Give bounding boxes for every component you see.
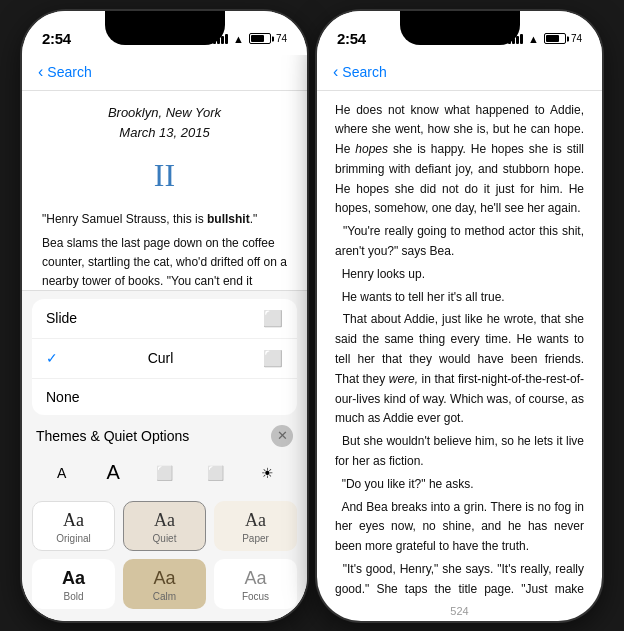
battery-level-right: 74 bbox=[571, 33, 582, 44]
brightness-button[interactable]: ☀ bbox=[251, 457, 283, 489]
battery-icon bbox=[249, 33, 271, 44]
layout-button[interactable]: ⬜ bbox=[200, 457, 232, 489]
theme-aa-calm: Aa bbox=[153, 568, 175, 589]
para-0: "Henry Samuel Strauss, this is bullshit.… bbox=[42, 210, 287, 229]
font-large-button[interactable]: A bbox=[97, 457, 129, 489]
chevron-icon: ‹ bbox=[38, 63, 43, 81]
left-phone: 2:54 ▲ 74 ‹ bbox=[22, 11, 307, 621]
theme-aa-original: Aa bbox=[63, 510, 84, 531]
slide-option-slide[interactable]: Slide ⬜ bbox=[32, 299, 297, 339]
nav-back-label-right: Search bbox=[342, 64, 386, 80]
theme-aa-focus: Aa bbox=[244, 568, 266, 589]
themes-header: Themes & Quiet Options ✕ bbox=[22, 419, 307, 451]
theme-calm[interactable]: Aa Calm bbox=[123, 559, 206, 609]
theme-label-paper: Paper bbox=[242, 533, 269, 544]
slide-label: Slide bbox=[46, 310, 77, 326]
curl-icon: ⬜ bbox=[263, 349, 283, 368]
status-icons-right: ▲ 74 bbox=[508, 33, 582, 45]
header-line2: March 13, 2015 bbox=[42, 123, 287, 143]
font-small-button[interactable]: A bbox=[46, 457, 78, 489]
battery-icon-right bbox=[544, 33, 566, 44]
rp-6: "Do you like it?" he asks. bbox=[335, 475, 584, 495]
rp-8: "It's good, Henry," she says. "It's real… bbox=[335, 560, 584, 600]
book-content-right: He does not know what happened to Addie,… bbox=[317, 91, 602, 601]
slide-options: Slide ⬜ ✓ Curl ⬜ None bbox=[32, 299, 297, 415]
check-icon: ✓ bbox=[46, 350, 58, 366]
time-left: 2:54 bbox=[42, 30, 71, 47]
status-icons-left: ▲ 74 bbox=[213, 33, 287, 45]
font-large-label: A bbox=[106, 461, 119, 484]
theme-focus[interactable]: Aa Focus bbox=[214, 559, 297, 609]
layout-icon: ⬜ bbox=[207, 465, 224, 481]
nav-bar-left: ‹ Search bbox=[22, 55, 307, 91]
theme-label-quiet: Quiet bbox=[153, 533, 177, 544]
close-button[interactable]: ✕ bbox=[271, 425, 293, 447]
theme-aa-paper: Aa bbox=[245, 510, 266, 531]
rp-1: "You're really going to method actor thi… bbox=[335, 222, 584, 262]
chapter-number: II bbox=[42, 151, 287, 201]
font-small-label: A bbox=[57, 465, 66, 481]
theme-bold[interactable]: Aa Bold bbox=[32, 559, 115, 609]
theme-grid: Aa Original Aa Quiet Aa Paper Aa Bold bbox=[22, 495, 307, 621]
theme-label-bold: Bold bbox=[63, 591, 83, 602]
slide-option-curl[interactable]: ✓ Curl ⬜ bbox=[32, 339, 297, 379]
wifi-icon-right: ▲ bbox=[528, 33, 539, 45]
rp-2: Henry looks up. bbox=[335, 265, 584, 285]
slide-icon: ⬜ bbox=[263, 309, 283, 328]
rp-5: But she wouldn't believe him, so he lets… bbox=[335, 432, 584, 472]
slide-option-none[interactable]: None bbox=[32, 379, 297, 415]
time-right: 2:54 bbox=[337, 30, 366, 47]
battery-level-left: 74 bbox=[276, 33, 287, 44]
toolbar-row: A A ⬜ ⬜ ☀ bbox=[22, 451, 307, 495]
theme-paper[interactable]: Aa Paper bbox=[214, 501, 297, 551]
theme-original[interactable]: Aa Original bbox=[32, 501, 115, 551]
back-button-right[interactable]: ‹ Search bbox=[333, 63, 387, 81]
book-header: Brooklyn, New York March 13, 2015 bbox=[42, 103, 287, 143]
font-style-icon: ⬜ bbox=[156, 465, 173, 481]
theme-aa-quiet: Aa bbox=[154, 510, 175, 531]
theme-label-focus: Focus bbox=[242, 591, 269, 602]
font-style-button[interactable]: ⬜ bbox=[148, 457, 180, 489]
theme-aa-bold: Aa bbox=[62, 568, 85, 589]
rp-0: He does not know what happened to Addie,… bbox=[335, 101, 584, 220]
nav-back-label: Search bbox=[47, 64, 91, 80]
none-label: None bbox=[46, 389, 79, 405]
nav-bar-right: ‹ Search bbox=[317, 55, 602, 91]
rp-4: That about Addie, just like he wrote, th… bbox=[335, 310, 584, 429]
brightness-icon: ☀ bbox=[261, 465, 274, 481]
back-button-left[interactable]: ‹ Search bbox=[38, 63, 92, 81]
theme-quiet[interactable]: Aa Quiet bbox=[123, 501, 206, 551]
rp-7: And Bea breaks into a grin. There is no … bbox=[335, 498, 584, 557]
phones-container: 2:54 ▲ 74 ‹ bbox=[0, 0, 624, 631]
theme-label-original: Original bbox=[56, 533, 90, 544]
themes-title: Themes & Quiet Options bbox=[36, 428, 189, 444]
bottom-panel: Slide ⬜ ✓ Curl ⬜ None Themes & Quiet Opt… bbox=[22, 290, 307, 621]
chevron-icon-right: ‹ bbox=[333, 63, 338, 81]
wifi-icon: ▲ bbox=[233, 33, 244, 45]
notch-right bbox=[400, 11, 520, 45]
theme-label-calm: Calm bbox=[153, 591, 176, 602]
page-number: 524 bbox=[317, 601, 602, 621]
rp-3: He wants to tell her it's all true. bbox=[335, 288, 584, 308]
right-phone: 2:54 ▲ 74 ‹ bbox=[317, 11, 602, 621]
notch bbox=[105, 11, 225, 45]
curl-label: Curl bbox=[148, 350, 174, 366]
header-line1: Brooklyn, New York bbox=[42, 103, 287, 123]
